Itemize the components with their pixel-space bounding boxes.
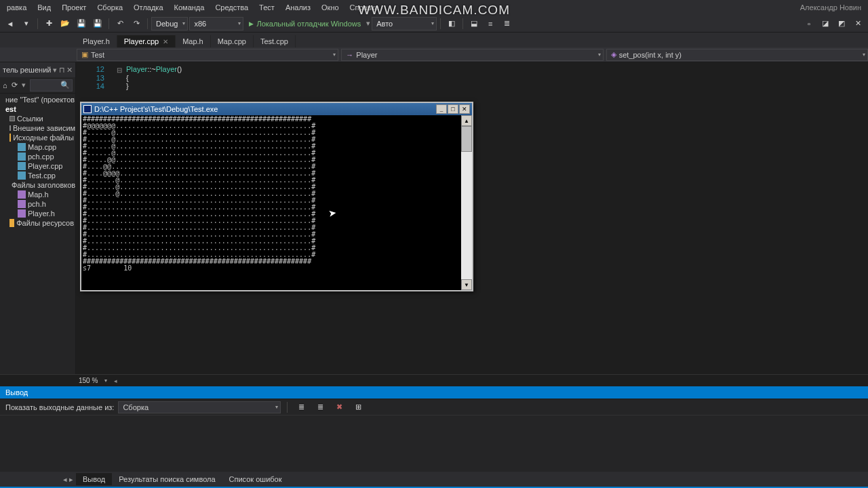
fold-icon[interactable]: ⊟ [117,65,126,74]
new-project-icon[interactable]: ✚ [41,16,56,31]
solution-explorer: тель решений ▾ ⊓ ✕ ⌂ ⟳ ▾ 🔍 ние "Test" (п… [0,62,76,374]
menu-item[interactable]: Команда [169,2,210,13]
editor-tab[interactable]: Player.h [76,35,117,47]
open-icon[interactable]: 📂 [58,16,73,31]
output-filter-label: Показать выходные данные из: [5,403,114,411]
method-icon: ◈ [611,50,616,59]
home-icon[interactable]: ⌂ [3,81,7,89]
project-node[interactable]: est [0,104,75,114]
tree-file[interactable]: Map.h [0,190,75,199]
undo-icon[interactable]: ↶ [113,16,127,31]
separator [108,18,109,29]
member-dropdown[interactable]: ◈set_pos(int x, int y) [606,49,868,61]
menu-item[interactable]: Окно [316,2,344,13]
bottom-tab[interactable]: Вывод [76,473,112,485]
toolbar-icon[interactable]: ✕ [850,16,865,31]
minimize-button[interactable]: _ [436,104,447,114]
start-debug-button[interactable]: Локальный отладчик Windows [245,17,365,30]
menu-bar: равка Вид Проект Сборка Отладка Команда … [0,0,868,15]
scroll-down-icon[interactable]: ▼ [461,279,472,290]
main-toolbar: ◄ ▾ ✚ 📂 💾 💾 ↶ ↷ Debug x86 Локальный отла… [0,15,868,33]
toolbar-icon[interactable]: ≣ [313,400,328,415]
class-dropdown[interactable]: →Player [341,49,603,61]
run-mode-dropdown[interactable]: Авто [372,17,437,30]
scope-label: Test [91,51,104,59]
editor-tab[interactable]: Map.cpp [211,35,254,47]
menu-item[interactable]: Проект [56,2,92,13]
editor-tabstrip: Player.h Player.cpp✕ Map.h Map.cpp Test.… [0,33,868,47]
tree-file[interactable]: pch.cpp [0,152,75,161]
menu-item[interactable]: равка [1,2,32,13]
toolbar-icon[interactable]: ⬓ [467,16,481,31]
tree-file[interactable]: pch.h [0,199,75,209]
chevron-down-icon[interactable]: ▾ [22,81,26,89]
maximize-button[interactable]: □ [448,104,458,114]
menu-item[interactable]: Отладка [128,2,168,13]
menu-item[interactable]: Сборка [92,2,128,13]
code-text: { [126,74,129,82]
refresh-icon[interactable]: ⟳ [12,81,18,89]
platform-dropdown[interactable]: x86 [189,17,243,30]
user-name: Александр Новин [800,3,867,12]
close-icon[interactable]: ✕ [163,38,168,45]
scope-dropdown[interactable]: ▣Test [77,49,338,61]
menu-item[interactable]: Тест [254,2,280,13]
console-titlebar[interactable]: D:\C++ Project's\Test\Debug\Test.exe _ □… [81,103,472,115]
editor-tab[interactable]: Map.h [176,35,211,47]
chevron-down-icon[interactable]: ▾ [104,378,107,384]
code-text: Player::~Player() [126,65,182,74]
toolbar-icon[interactable]: ≣ [499,16,514,31]
toolbar-icon[interactable]: ◪ [818,16,833,31]
scrollbar-thumb[interactable] [461,126,472,152]
close-icon[interactable]: ✕ [66,66,73,75]
toolbar-icon[interactable]: ▫ [802,16,816,31]
nav-back-icon[interactable]: ◄ [3,16,18,31]
save-icon[interactable]: 💾 [74,16,89,31]
toolbar-icon[interactable]: ◩ [834,16,849,31]
scrollbar[interactable]: ▲ ▼ [461,115,472,290]
output-source-dropdown[interactable]: Сборка [118,401,281,413]
close-button[interactable]: ✕ [459,104,470,114]
line-number: 13 [76,74,117,82]
scrollbar-track[interactable] [461,126,472,279]
tree-folder[interactable]: Внешние зависимости [0,123,75,133]
reference-icon [9,125,11,131]
search-input[interactable]: 🔍 [30,79,73,92]
solution-node[interactable]: ние "Test" (проектов: 1 [0,95,75,104]
toolbar-icon[interactable]: ◧ [444,16,459,31]
editor-tab[interactable]: Test.cpp [254,35,296,47]
separator [287,402,288,413]
toolbar-icon[interactable]: ⊞ [351,400,366,415]
editor-tab[interactable]: Player.cpp✕ [117,35,176,47]
pin-icon[interactable]: ▾ ⊓ [53,66,65,75]
menu-item[interactable]: Средства [210,2,254,13]
tree-file[interactable]: Map.cpp [0,142,75,152]
scroll-buttons[interactable]: ◂ ▸ [0,472,76,487]
tree-folder[interactable]: Файлы ресурсов [0,218,75,228]
cpp-file-icon [18,162,26,170]
toolbar-icon[interactable]: ≣ [294,400,309,415]
toolbar-icon[interactable]: ✖ [332,400,347,415]
tree-file[interactable]: Player.cpp [0,161,75,171]
tree-folder[interactable]: Ссылки [0,114,75,123]
redo-icon[interactable]: ↷ [129,16,144,31]
menu-item[interactable]: Вид [32,2,56,13]
tree-file[interactable]: Test.cpp [0,171,75,180]
bottom-tab[interactable]: Список ошибок [222,473,289,485]
save-all-icon[interactable]: 💾 [90,16,105,31]
toolbar-icon[interactable]: ≡ [483,16,498,31]
nav-fwd-icon[interactable]: ▾ [19,16,34,31]
menu-item[interactable]: Справка [344,2,384,13]
console-window[interactable]: D:\C++ Project's\Test\Debug\Test.exe _ □… [80,102,473,291]
config-dropdown[interactable]: Debug [151,17,188,30]
tree-folder[interactable]: Исходные файлы [0,133,75,142]
menu-item[interactable]: Анализ [280,2,316,13]
code-text: } [126,82,129,90]
tree-folder[interactable]: Файлы заголовков [0,180,75,190]
scroll-left-icon[interactable]: ◂ [114,378,117,384]
output-panel-header[interactable]: Вывод [0,386,868,399]
bottom-tab[interactable]: Результаты поиска символа [112,473,222,485]
scroll-up-icon[interactable]: ▲ [461,115,472,126]
zoom-level[interactable]: 150 % [79,377,98,384]
tree-file[interactable]: Player.h [0,209,75,218]
